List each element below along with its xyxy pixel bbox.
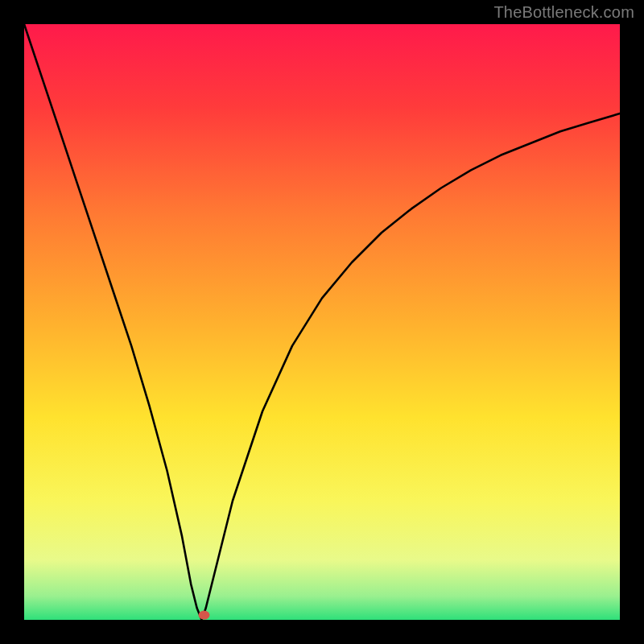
watermark-text: TheBottleneck.com [493,3,634,22]
chart-frame: TheBottleneck.com [0,0,644,644]
bottleneck-curve [24,24,620,620]
chart-svg [24,24,620,620]
optimal-point-dot [198,611,209,620]
chart-plot-area [24,24,620,620]
